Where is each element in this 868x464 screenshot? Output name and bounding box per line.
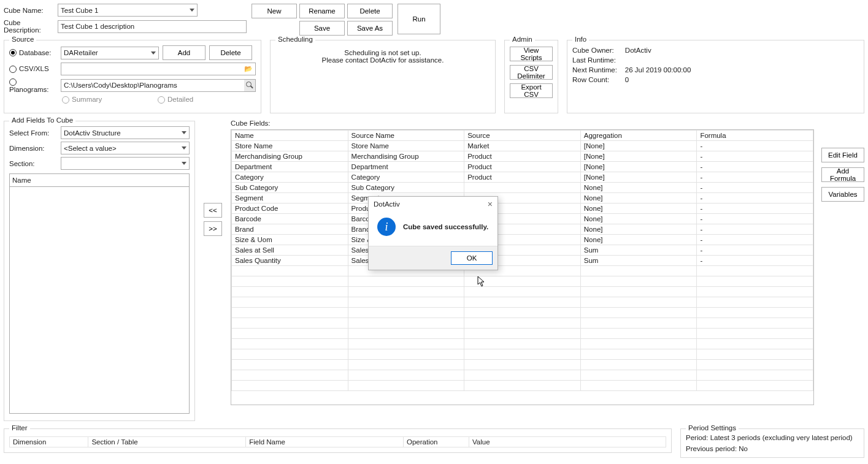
csvxls-input[interactable] xyxy=(61,63,256,75)
addfields-name-header: Name xyxy=(9,173,190,187)
addfields-listbox[interactable] xyxy=(9,187,190,414)
table-row[interactable] xyxy=(232,329,813,339)
col-source-name[interactable]: Source Name xyxy=(348,131,464,141)
csv-delim-button[interactable]: CSV Delimiter xyxy=(510,65,553,80)
table-row[interactable] xyxy=(232,266,813,276)
table-row[interactable]: CategoryCategoryProduct[None]- xyxy=(232,172,813,183)
run-button[interactable]: Run xyxy=(398,4,440,34)
csvxls-label: CSV/XLS xyxy=(19,65,49,72)
chevron-down-icon xyxy=(182,146,186,150)
table-row[interactable]: Product CodeProduct CodeNone]- xyxy=(232,203,813,214)
source-delete-button[interactable]: Delete xyxy=(209,45,252,60)
col-source[interactable]: Source xyxy=(464,131,581,141)
table-row[interactable]: BrandBrandNone]- xyxy=(232,224,813,235)
owner-label: Cube Owner: xyxy=(572,45,624,55)
scheduling-line1: Scheduling is not set up. xyxy=(275,49,490,56)
filter-col-operation[interactable]: Operation xyxy=(403,437,469,447)
period-legend: Period Settings xyxy=(686,424,739,432)
table-row[interactable]: Store NameStore NameMarket[None]- xyxy=(232,141,813,151)
name-header-text: Name xyxy=(12,177,31,184)
chevron-down-icon xyxy=(182,162,186,165)
table-row[interactable]: Sub CategorySub CategoryNone]- xyxy=(232,183,813,193)
table-row[interactable] xyxy=(232,297,813,308)
chevron-down-icon xyxy=(151,51,156,55)
info-icon: i xyxy=(377,218,396,236)
cube-name-combo[interactable]: Test Cube 1 xyxy=(58,4,198,17)
database-value: DARetailer xyxy=(64,49,98,56)
planograms-input[interactable]: C:\Users\Cody\Desktop\Planograms xyxy=(61,79,256,92)
table-row[interactable] xyxy=(232,360,813,370)
table-row[interactable] xyxy=(232,349,813,360)
ok-button[interactable]: OK xyxy=(451,251,493,265)
edit-field-button[interactable]: Edit Field xyxy=(821,148,864,162)
database-radio[interactable] xyxy=(9,49,17,56)
cube-desc-value: Test Cube 1 description xyxy=(61,23,134,30)
planograms-radio[interactable] xyxy=(9,78,17,86)
dimension-combo[interactable]: <Select a value> xyxy=(61,142,190,154)
table-row[interactable] xyxy=(232,339,813,349)
view-scripts-button[interactable]: View Scripts xyxy=(510,47,553,61)
close-icon[interactable]: × xyxy=(488,200,493,208)
section-label: Section: xyxy=(9,160,57,167)
table-row[interactable]: SegmentSegmentNone]- xyxy=(232,193,813,203)
detailed-label: Detailed xyxy=(167,96,193,103)
select-from-value: DotActiv Structure xyxy=(64,129,121,137)
filter-col-value[interactable]: Value xyxy=(469,437,666,447)
table-row[interactable]: DepartmentDepartmentProduct[None]- xyxy=(232,162,813,172)
table-row[interactable] xyxy=(232,318,813,329)
variables-button[interactable]: Variables xyxy=(821,187,864,202)
move-right-button[interactable]: >> xyxy=(204,221,222,236)
new-button[interactable]: New xyxy=(252,4,297,18)
summary-label: Summary xyxy=(72,96,102,103)
scheduling-legend: Scheduling xyxy=(275,36,315,43)
folder-icon[interactable] xyxy=(244,65,253,73)
last-runtime-value xyxy=(624,55,691,65)
table-row[interactable]: Sales QuantitySales QuantitySum- xyxy=(232,256,813,266)
csvxls-radio[interactable] xyxy=(9,66,17,73)
next-runtime-value: 26 Jul 2019 00:00:00 xyxy=(624,65,691,75)
table-row[interactable] xyxy=(232,370,813,381)
cube-fields-table[interactable]: Name Source Name Source Aggregation Form… xyxy=(231,130,813,391)
saveas-button[interactable]: Save As xyxy=(347,21,393,36)
move-left-button[interactable]: << xyxy=(204,203,222,218)
table-row[interactable]: Sales at SellSales at SellSum- xyxy=(232,245,813,256)
table-row[interactable] xyxy=(232,381,813,391)
filter-table[interactable]: Dimension Section / Table Field Name Ope… xyxy=(9,436,666,447)
source-add-button[interactable]: Add xyxy=(163,45,205,60)
export-csv-button[interactable]: Export CSV xyxy=(510,83,553,98)
search-icon[interactable] xyxy=(246,82,253,89)
filter-col-section[interactable]: Section / Table xyxy=(88,437,246,447)
period-line1: Period: Latest 3 periods (excluding very… xyxy=(686,434,859,441)
select-from-combo[interactable]: DotActiv Structure xyxy=(61,126,190,139)
table-row[interactable] xyxy=(232,308,813,318)
row-count-label: Row Count: xyxy=(572,75,624,85)
save-button[interactable]: Save xyxy=(299,21,345,36)
col-name[interactable]: Name xyxy=(232,131,348,141)
table-row[interactable]: BarcodeBarcodeNone]- xyxy=(232,214,813,224)
filter-col-field[interactable]: Field Name xyxy=(246,437,404,447)
table-row[interactable] xyxy=(232,287,813,297)
cube-name-value: Test Cube 1 xyxy=(61,7,98,14)
planograms-label: Planograms: xyxy=(9,86,49,93)
cube-desc-input[interactable]: Test Cube 1 description xyxy=(58,20,247,33)
table-row[interactable]: Size & UomSize & UomNone]- xyxy=(232,235,813,245)
add-formula-button[interactable]: Add Formula xyxy=(821,167,864,182)
database-combo[interactable]: DARetailer xyxy=(61,47,159,59)
delete-button[interactable]: Delete xyxy=(347,4,393,18)
summary-radio[interactable] xyxy=(62,96,69,104)
detailed-radio[interactable] xyxy=(158,96,165,104)
addfields-legend: Add Fields To Cube xyxy=(9,116,75,124)
table-row[interactable]: Merchandising GroupMerchandising GroupPr… xyxy=(232,151,813,162)
period-line2: Previous period: No xyxy=(686,445,859,452)
chevron-down-icon xyxy=(190,9,194,12)
owner-value: DotActiv xyxy=(624,45,691,55)
col-aggregation[interactable]: Aggregation xyxy=(580,131,697,141)
filter-legend: Filter xyxy=(9,424,30,432)
rename-button[interactable]: Rename xyxy=(299,4,345,18)
filter-col-dimension[interactable]: Dimension xyxy=(10,437,88,447)
col-formula[interactable]: Formula xyxy=(697,131,813,141)
dimension-value: <Select a value> xyxy=(64,145,117,152)
cube-desc-label: Cube Description: xyxy=(4,19,54,34)
section-combo[interactable] xyxy=(61,157,190,170)
table-row[interactable] xyxy=(232,276,813,287)
